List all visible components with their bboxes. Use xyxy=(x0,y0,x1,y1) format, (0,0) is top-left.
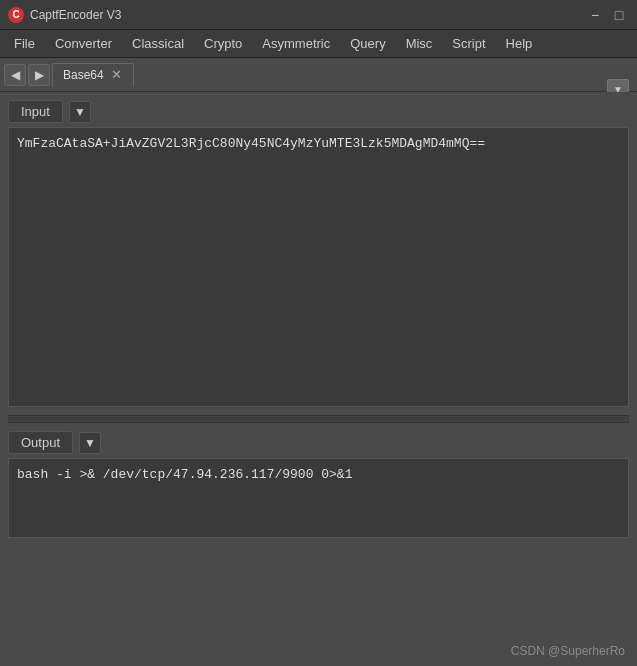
menu-bar: File Converter Classical Crypto Asymmetr… xyxy=(0,30,637,58)
section-divider xyxy=(8,415,629,423)
output-textarea[interactable] xyxy=(8,458,629,538)
tab-base64[interactable]: Base64 ✕ xyxy=(52,63,134,87)
output-dropdown-button[interactable]: ▼ xyxy=(79,432,101,454)
menu-asymmetric[interactable]: Asymmetric xyxy=(252,32,340,55)
title-bar-controls: − □ xyxy=(585,5,629,25)
input-textarea[interactable] xyxy=(8,127,629,407)
menu-classical[interactable]: Classical xyxy=(122,32,194,55)
menu-converter[interactable]: Converter xyxy=(45,32,122,55)
input-label: Input xyxy=(8,100,63,123)
output-header: Output ▼ xyxy=(8,431,629,454)
menu-query[interactable]: Query xyxy=(340,32,395,55)
output-section: Output ▼ xyxy=(8,431,629,538)
tab-next-button[interactable]: ▶ xyxy=(28,64,50,86)
menu-script[interactable]: Script xyxy=(442,32,495,55)
menu-help[interactable]: Help xyxy=(496,32,543,55)
tab-close-button[interactable]: ✕ xyxy=(110,68,123,81)
input-header: Input ▼ xyxy=(8,100,629,123)
input-section: Input ▼ xyxy=(8,100,629,407)
menu-crypto[interactable]: Crypto xyxy=(194,32,252,55)
title-bar: C CaptfEncoder V3 − □ xyxy=(0,0,637,30)
title-bar-left: C CaptfEncoder V3 xyxy=(8,7,121,23)
app-title: CaptfEncoder V3 xyxy=(30,8,121,22)
menu-file[interactable]: File xyxy=(4,32,45,55)
tab-bar: ◀ ▶ Base64 ✕ ▼ xyxy=(0,58,637,92)
input-dropdown-button[interactable]: ▼ xyxy=(69,101,91,123)
tab-prev-button[interactable]: ◀ xyxy=(4,64,26,86)
app-icon: C xyxy=(8,7,24,23)
content-area: Input ▼ Output ▼ CSDN @SuperherRo xyxy=(0,92,637,666)
minimize-button[interactable]: − xyxy=(585,5,605,25)
menu-misc[interactable]: Misc xyxy=(396,32,443,55)
watermark: CSDN @SuperherRo xyxy=(511,644,625,658)
tab-base64-label: Base64 xyxy=(63,68,104,82)
output-label: Output xyxy=(8,431,73,454)
maximize-button[interactable]: □ xyxy=(609,5,629,25)
